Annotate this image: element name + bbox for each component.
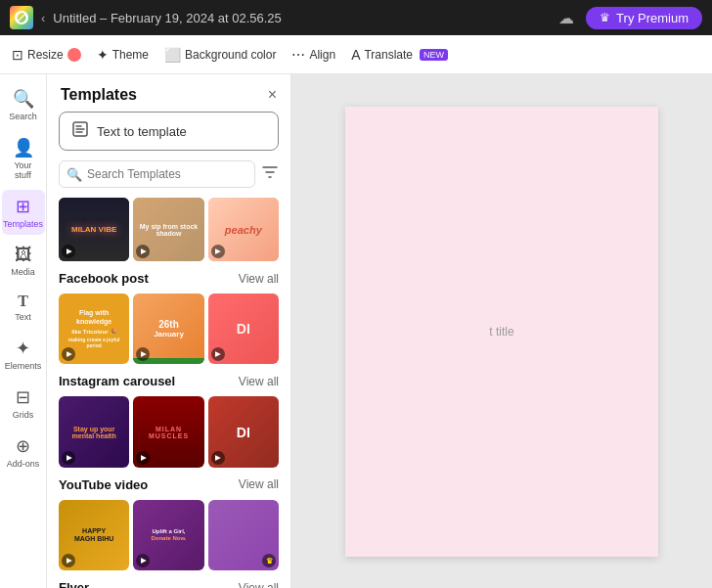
crown-icon: ♛ (600, 11, 610, 24)
flyer-view-all[interactable]: View all (239, 581, 279, 588)
canvas-area: t title (291, 74, 712, 588)
text-to-template-icon (71, 120, 89, 142)
close-panel-button[interactable]: × (268, 86, 277, 104)
elements-icon: ✦ (16, 338, 30, 359)
instagram-carousel-title: Instagram carousel (59, 374, 175, 388)
bg-color-label: Background color (185, 48, 276, 62)
instagram-template-2[interactable]: MILAN MUSCLES ▶ (133, 396, 203, 467)
resize-dot (67, 48, 81, 62)
translate-label: Translate (364, 48, 413, 62)
add-ons-label: Add-ons (7, 459, 40, 469)
play-icon-fb3: ▶ (211, 347, 225, 361)
media-icon: 🖼 (15, 245, 32, 265)
play-icon-yt2: ▶ (136, 554, 150, 567)
youtube-video-header: YouTube video View all (59, 477, 279, 492)
sidebar-item-search[interactable]: 🔍 Search (2, 82, 45, 127)
premium-label: Try Premium (616, 11, 689, 25)
featured-template-1[interactable]: MILAN VIBE ▶ (59, 198, 129, 261)
main-area: 🔍 Search 👤 Your stuff ⊞ Templates 🖼 Medi… (0, 74, 712, 588)
panel-header: Templates × (47, 74, 290, 112)
facebook-template-2[interactable]: 26th January ▶ (133, 294, 203, 364)
play-icon-ig2: ▶ (136, 451, 150, 465)
text-to-template-label: Text to template (97, 124, 187, 139)
sidebar-item-text[interactable]: T Text (2, 287, 45, 328)
your-stuff-label: Your stuff (6, 160, 41, 180)
search-nav-label: Search (9, 112, 37, 121)
featured-template-3[interactable]: peachy ▶ (208, 198, 279, 261)
youtube-template-2[interactable]: Uplift a Girl, Donate Now. ▶ (133, 500, 203, 570)
filter-button[interactable] (261, 163, 279, 185)
canvas-title-hint: t title (489, 325, 513, 339)
sidebar-item-your-stuff[interactable]: 👤 Your stuff (2, 131, 45, 186)
icon-nav: 🔍 Search 👤 Your stuff ⊞ Templates 🖼 Medi… (0, 74, 47, 588)
cloud-icon: ☁ (558, 9, 574, 27)
translate-badge: NEW (420, 49, 448, 61)
crown-badge-yt3: ♛ (262, 554, 276, 567)
canva-logo (10, 6, 33, 29)
canvas-page[interactable]: t title (345, 107, 658, 557)
facebook-post-title: Facebook post (59, 271, 149, 286)
templates-nav-label: Templates (3, 219, 43, 229)
sidebar-item-media[interactable]: 🖼 Media (2, 239, 45, 283)
featured-template-2[interactable]: My sip from stock shadow ▶ (133, 198, 203, 261)
sidebar-item-templates[interactable]: ⊞ Templates (2, 190, 45, 235)
grids-label: Grids (13, 410, 34, 420)
bg-color-icon: ⬜ (164, 47, 181, 63)
translate-tool[interactable]: A Translate NEW (351, 47, 448, 63)
search-icon: 🔍 (67, 167, 82, 182)
youtube-video-title: YouTube video (59, 477, 148, 492)
instagram-template-3[interactable]: DI ▶ (208, 396, 279, 467)
sidebar-item-add-ons[interactable]: ⊕ Add-ons (2, 430, 45, 475)
grids-icon: ⊟ (16, 386, 30, 408)
facebook-post-view-all[interactable]: View all (239, 272, 279, 286)
instagram-template-1[interactable]: Stay up your mental health ▶ (59, 396, 129, 467)
add-ons-icon: ⊕ (16, 435, 30, 457)
panel-title: Templates (61, 86, 137, 104)
youtube-video-view-all[interactable]: View all (239, 477, 279, 491)
toolbar: ⊡ Resize ✦ Theme ⬜ Background color ⋯ Al… (0, 35, 712, 74)
bg-color-tool[interactable]: ⬜ Background color (164, 47, 276, 63)
templates-nav-icon: ⊞ (16, 196, 30, 217)
premium-button[interactable]: ♛ Try Premium (586, 7, 702, 29)
panel-scroll[interactable]: MILAN VIBE ▶ My sip from stock shadow ▶ … (47, 198, 290, 588)
play-icon-yt1: ▶ (62, 554, 75, 567)
flyer-title: Flyer (59, 580, 89, 588)
flyer-header: Flyer View all (59, 580, 279, 588)
align-icon: ⋯ (291, 47, 305, 63)
facebook-post-category-header: Facebook post View all (59, 271, 279, 286)
text-to-template-button[interactable]: Text to template (59, 112, 279, 151)
play-icon-ig1: ▶ (62, 451, 75, 465)
document-title: Untitled – February 19, 2024 at 02.56.25 (53, 11, 551, 25)
play-icon-ig3: ▶ (211, 451, 225, 465)
templates-panel: Templates × Text to template 🔍 (47, 74, 291, 588)
search-nav-icon: 🔍 (13, 88, 34, 110)
your-stuff-icon: 👤 (13, 137, 34, 158)
play-icon-fb1: ▶ (62, 347, 75, 361)
facebook-template-3[interactable]: DI ▶ (208, 294, 279, 364)
elements-label: Elements (5, 361, 42, 371)
instagram-carousel-view-all[interactable]: View all (239, 375, 279, 388)
search-input[interactable] (59, 160, 255, 188)
translate-icon: A (351, 47, 360, 63)
back-button[interactable]: ‹ (41, 11, 45, 25)
resize-icon: ⊡ (12, 47, 23, 63)
search-input-wrap: 🔍 (59, 160, 255, 188)
text-label: Text (15, 312, 31, 322)
align-tool[interactable]: ⋯ Align (291, 47, 335, 63)
media-label: Media (11, 267, 35, 277)
facebook-template-1[interactable]: Flag with knowledge like Tricolour 🎉 mak… (59, 294, 129, 364)
youtube-template-1[interactable]: HAPPY MAGH BIHU ▶ (59, 500, 129, 570)
facebook-post-grid: Flag with knowledge like Tricolour 🎉 mak… (59, 294, 279, 364)
featured-grid: MILAN VIBE ▶ My sip from stock shadow ▶ … (59, 198, 279, 261)
youtube-template-3[interactable]: ♛ (208, 500, 279, 570)
sidebar-item-elements[interactable]: ✦ Elements (2, 332, 45, 377)
align-label: Align (309, 48, 335, 62)
sidebar-item-grids[interactable]: ⊟ Grids (2, 381, 45, 426)
play-icon-3: ▶ (211, 245, 225, 258)
text-icon: T (18, 293, 28, 310)
theme-tool[interactable]: ✦ Theme (97, 47, 149, 63)
instagram-carousel-header: Instagram carousel View all (59, 374, 279, 388)
theme-label: Theme (112, 48, 149, 62)
resize-tool[interactable]: ⊡ Resize (12, 47, 81, 63)
play-icon-1: ▶ (62, 245, 75, 258)
